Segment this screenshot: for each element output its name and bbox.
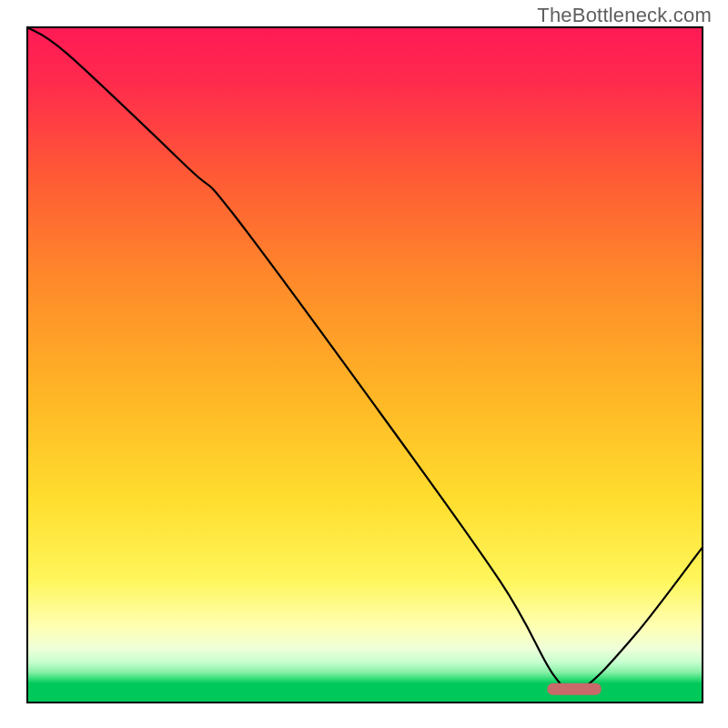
chart-container: { "watermark": "TheBottleneck.com", "cha… [0,0,728,728]
optimal-marker [547,683,601,695]
watermark-text: TheBottleneck.com [537,4,712,27]
plot-background [27,27,703,703]
bottleneck-chart [0,0,728,728]
